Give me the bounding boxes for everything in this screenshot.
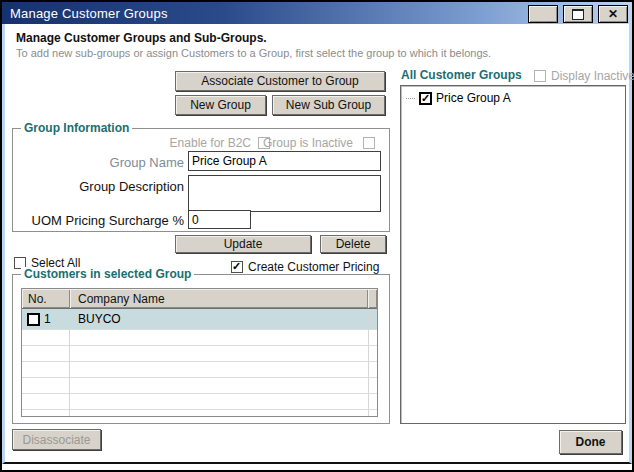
titlebar[interactable]: Manage Customer Groups _ ✕	[2, 2, 632, 24]
table-row-empty	[22, 410, 377, 417]
create-customer-pricing-label: Create Customer Pricing	[248, 260, 379, 274]
associate-customer-button[interactable]: Associate Customer to Group	[175, 71, 385, 91]
customers-table-body: 1BUYCO	[22, 309, 377, 417]
row-checkbox[interactable]	[27, 313, 40, 326]
uom-surcharge-label: UOM Pricing Surcharge %	[23, 213, 184, 228]
table-row-empty	[22, 394, 377, 410]
done-button[interactable]: Done	[559, 430, 622, 454]
customer-groups-tree[interactable]: Price Group A	[400, 85, 626, 424]
tree-item-checkbox[interactable]	[419, 92, 432, 105]
tree-item-label: Price Group A	[436, 91, 511, 105]
uom-surcharge-input[interactable]	[188, 210, 251, 229]
all-customer-groups-title: All Customer Groups	[401, 68, 522, 82]
create-customer-pricing-checkbox[interactable]	[231, 261, 243, 273]
customers-fieldset: Customers in selected Group No. Company …	[12, 274, 390, 424]
group-information-legend: Group Information	[21, 121, 132, 135]
table-row-empty	[22, 346, 377, 362]
minimize-icon: _	[540, 15, 547, 19]
page-subtitle: To add new sub-groups or assign Customer…	[16, 47, 491, 59]
group-inactive-row: Group is Inactive	[241, 136, 353, 150]
maximize-icon	[572, 9, 584, 20]
column-header-spacer	[368, 289, 377, 308]
group-name-input[interactable]	[188, 151, 381, 171]
minimize-button[interactable]: _	[528, 5, 558, 23]
create-customer-pricing-row: Create Customer Pricing	[231, 260, 379, 274]
disassociate-button[interactable]: Disassociate	[12, 429, 101, 450]
dialog-body: Manage Customer Groups and Sub-Groups. T…	[2, 24, 632, 464]
close-icon: ✕	[608, 7, 618, 21]
group-information-fieldset: Group Information Enable for B2C Group i…	[12, 128, 390, 232]
table-row-empty	[22, 330, 377, 346]
display-inactive-label: Display Inactive	[551, 69, 634, 83]
group-inactive-label: Group is Inactive	[263, 136, 353, 150]
display-inactive-row: Display Inactive	[534, 69, 634, 83]
maximize-button[interactable]	[563, 5, 593, 23]
table-row[interactable]: 1BUYCO	[22, 309, 377, 330]
delete-button[interactable]: Delete	[320, 235, 386, 253]
tree-item[interactable]: Price Group A	[401, 86, 625, 105]
company-name-cell: BUYCO	[70, 312, 369, 326]
display-inactive-checkbox[interactable]	[534, 70, 546, 82]
customers-legend: Customers in selected Group	[21, 267, 194, 281]
table-row-empty	[22, 362, 377, 378]
update-button[interactable]: Update	[175, 235, 311, 253]
window-title: Manage Customer Groups	[2, 6, 168, 21]
tree-line	[406, 98, 415, 99]
column-header-company[interactable]: Company Name	[70, 289, 368, 308]
column-header-no[interactable]: No.	[22, 289, 70, 308]
group-description-label: Group Description	[23, 179, 184, 194]
group-description-input[interactable]	[188, 175, 381, 212]
page-title: Manage Customer Groups and Sub-Groups.	[16, 31, 267, 45]
new-group-button[interactable]: New Group	[175, 95, 266, 115]
customers-table-header: No. Company Name	[22, 289, 377, 309]
new-sub-group-button[interactable]: New Sub Group	[272, 95, 385, 115]
table-row-empty	[22, 378, 377, 394]
window-controls: _ ✕	[528, 5, 628, 23]
row-number: 1	[44, 312, 51, 326]
enable-b2c-row: Enable for B2C	[133, 136, 251, 150]
manage-customer-groups-dialog: Manage Customer Groups _ ✕ Manage Custom…	[0, 0, 634, 472]
enable-b2c-label: Enable for B2C	[170, 136, 251, 150]
close-button[interactable]: ✕	[598, 5, 628, 23]
group-inactive-checkbox[interactable]	[363, 137, 375, 149]
group-name-label: Group Name	[23, 155, 184, 170]
customers-table[interactable]: No. Company Name 1BUYCO	[21, 288, 378, 417]
